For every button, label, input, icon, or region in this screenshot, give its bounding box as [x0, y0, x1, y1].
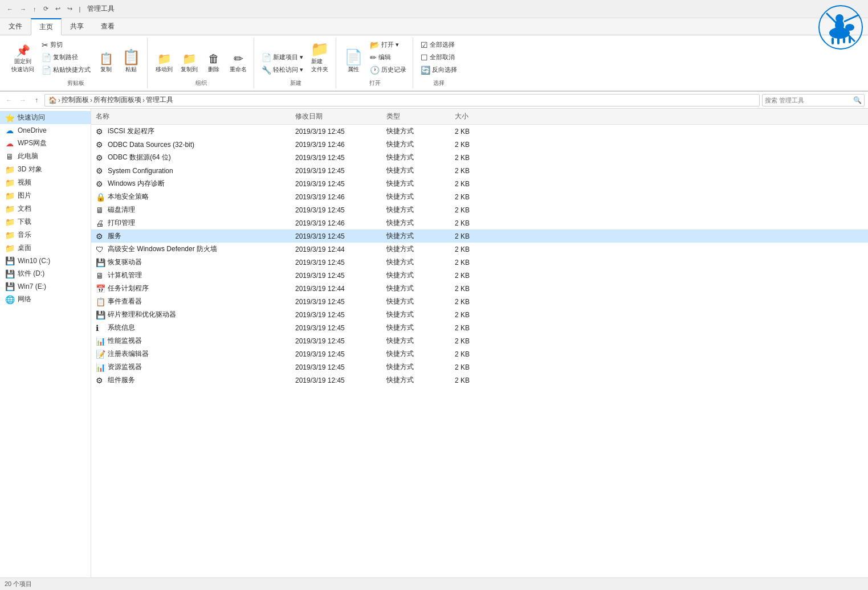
col-header-type[interactable]: 类型 [382, 110, 450, 122]
file-type-icon: 📊 [96, 363, 105, 372]
file-icon-group: 📊 性能监视器 [96, 336, 142, 346]
file-name: ODBC 数据源(64 位) [108, 153, 171, 162]
history-button[interactable]: 🕐 历史记录 [367, 64, 409, 76]
table-row[interactable]: ℹ 系统信息 2019/3/19 12:45 快捷方式 2 KB [91, 321, 868, 334]
new-folder-button[interactable]: 📁 新建文件夹 [307, 39, 332, 76]
col-header-size[interactable]: 大小 [450, 110, 496, 122]
back-nav-button[interactable]: ← [3, 95, 15, 106]
sidebar-item-thispc[interactable]: 🖥 此电脑 [0, 150, 91, 163]
table-row[interactable]: 💾 恢复驱动器 2019/3/19 12:45 快捷方式 2 KB [91, 256, 868, 269]
table-row[interactable]: ⚙ 服务 2019/3/19 12:45 快捷方式 2 KB [91, 230, 868, 243]
forward-nav-button[interactable]: → [17, 95, 28, 106]
file-date-cell: 2019/3/19 12:45 [291, 297, 382, 307]
tab-home[interactable]: 主页 [31, 18, 62, 35]
table-row[interactable]: ⚙ ODBC Data Sources (32-bit) 2019/3/19 1… [91, 138, 868, 151]
sidebar-item-e-drive[interactable]: 💾 Win7 (E:) [0, 280, 91, 293]
select-all-button[interactable]: ☑ 全部选择 [418, 39, 460, 51]
table-row[interactable]: 💾 碎片整理和优化驱动器 2019/3/19 12:45 快捷方式 2 KB [91, 308, 868, 321]
sidebar-item-pictures[interactable]: 📁 图片 [0, 189, 91, 202]
ribbon: 文件 主页 共享 查看 📌 固定到快速访问 ✂ 剪切 📄 复制路径 [0, 18, 868, 92]
breadcrumb-control-panel[interactable]: 控制面板 [62, 95, 89, 105]
sidebar-item-downloads[interactable]: 📁 下载 [0, 215, 91, 228]
redo-icon[interactable]: ↪ [65, 4, 75, 14]
sidebar-item-c-drive[interactable]: 💾 Win10 (C:) [0, 255, 91, 267]
up-nav-button[interactable]: ↑ [31, 95, 42, 106]
clipboard-buttons: 📌 固定到快速访问 ✂ 剪切 📄 复制路径 📄 粘贴快捷方式 [8, 39, 144, 76]
sidebar-item-d-drive[interactable]: 💾 软件 (D:) [0, 267, 91, 280]
sidebar-item-documents[interactable]: 📁 文档 [0, 202, 91, 215]
delete-button[interactable]: 🗑 删除 [202, 51, 225, 76]
table-row[interactable]: 🖨 打印管理 2019/3/19 12:46 快捷方式 2 KB [91, 216, 868, 230]
table-row[interactable]: 🖥 磁盘清理 2019/3/19 12:45 快捷方式 2 KB [91, 203, 868, 216]
properties-button[interactable]: 📄 属性 [341, 47, 366, 76]
title-bar: ← → ↑ ⟳ ↩ ↪ | 管理工具 [0, 0, 868, 18]
table-row[interactable]: 🔒 本地安全策略 2019/3/19 12:46 快捷方式 2 KB [91, 190, 868, 203]
move-to-button[interactable]: 📁 移动到 [152, 51, 176, 76]
tab-file[interactable]: 文件 [0, 18, 31, 35]
sidebar-item-3dobjects[interactable]: 📁 3D 对象 [0, 163, 91, 176]
tab-view[interactable]: 查看 [92, 18, 123, 35]
easy-access-button[interactable]: 🔧 轻松访问 ▾ [259, 64, 306, 76]
organize-buttons: 📁 移动到 📁 复制到 🗑 删除 ✏ 重命名 [152, 39, 250, 76]
breadcrumb-home[interactable]: 🏠 [48, 96, 57, 104]
table-row[interactable]: 📅 任务计划程序 2019/3/19 12:44 快捷方式 2 KB [91, 282, 868, 295]
sidebar-item-network[interactable]: 🌐 网络 [0, 293, 91, 306]
edit-button[interactable]: ✏ 编辑 [367, 51, 409, 63]
rename-button[interactable]: ✏ 重命名 [226, 51, 250, 76]
file-name-cell: ⚙ 组件服务 [91, 374, 291, 386]
sidebar-item-onedrive[interactable]: ☁ OneDrive [0, 124, 91, 137]
sidebar-label-wpsdisk: WPS网盘 [18, 138, 47, 148]
address-path[interactable]: 🏠 › 控制面板 › 所有控制面板项 › 管理工具 [44, 94, 760, 106]
copy-path-button[interactable]: 📄 复制路径 [39, 51, 93, 63]
col-header-date[interactable]: 修改日期 [291, 110, 382, 122]
table-row[interactable]: 🖥 计算机管理 2019/3/19 12:45 快捷方式 2 KB [91, 269, 868, 282]
table-row[interactable]: ⚙ iSCSI 发起程序 2019/3/19 12:45 快捷方式 2 KB [91, 125, 868, 138]
file-type-cell: 快捷方式 [382, 309, 450, 321]
search-input[interactable] [765, 97, 853, 104]
history-label: 历史记录 [381, 65, 406, 74]
table-row[interactable]: 📊 性能监视器 2019/3/19 12:45 快捷方式 2 KB [91, 334, 868, 347]
sidebar-item-wpsdisk[interactable]: ☁ WPS网盘 [0, 137, 91, 150]
sidebar-item-quickaccess[interactable]: ⭐ 快速访问 [0, 111, 91, 124]
table-row[interactable]: ⚙ ODBC 数据源(64 位) 2019/3/19 12:45 快捷方式 2 … [91, 151, 868, 164]
paste-shortcut-button[interactable]: 📄 粘贴快捷方式 [39, 64, 93, 76]
file-icon-group: 📋 事件查看器 [96, 297, 142, 306]
breadcrumb-admin-tools[interactable]: 管理工具 [146, 95, 173, 105]
tab-share[interactable]: 共享 [62, 18, 92, 35]
open-button[interactable]: 📂 打开 ▾ [367, 39, 409, 51]
easy-access-label: 轻松访问 ▾ [273, 65, 303, 74]
table-row[interactable]: 📝 注册表编辑器 2019/3/19 12:45 快捷方式 2 KB [91, 347, 868, 360]
paste-shortcut-icon: 📄 [42, 66, 51, 74]
folder-video-icon: 📁 [5, 178, 15, 187]
up-icon[interactable]: ↑ [31, 5, 39, 14]
table-row[interactable]: 📊 资源监视器 2019/3/19 12:45 快捷方式 2 KB [91, 360, 868, 374]
search-box[interactable]: 🔍 [762, 94, 865, 106]
file-date-cell: 2019/3/19 12:45 [291, 323, 382, 333]
col-header-name[interactable]: 名称 [91, 110, 291, 122]
sidebar-item-videos[interactable]: 📁 视频 [0, 176, 91, 189]
paste-button[interactable]: 📋 粘贴 [119, 47, 144, 76]
deselect-all-button[interactable]: ☐ 全部取消 [418, 51, 460, 63]
sidebar-item-desktop[interactable]: 📁 桌面 [0, 241, 91, 255]
refresh-icon[interactable]: ⟳ [41, 4, 51, 14]
file-date-cell: 2019/3/19 12:45 [291, 179, 382, 189]
new-item-button[interactable]: 📄 新建项目 ▾ [259, 51, 306, 63]
invert-selection-button[interactable]: 🔄 反向选择 [418, 64, 460, 76]
drive-c-icon: 💾 [5, 256, 15, 265]
undo-icon[interactable]: ↩ [53, 4, 63, 14]
back-icon[interactable]: ← [5, 5, 15, 14]
copy-button[interactable]: 📋 复制 [95, 51, 117, 76]
table-row[interactable]: ⚙ 组件服务 2019/3/19 12:45 快捷方式 2 KB [91, 374, 868, 387]
file-icon-group: ⚙ 服务 [96, 231, 121, 241]
pin-quickaccess-button[interactable]: 📌 固定到快速访问 [8, 43, 38, 76]
breadcrumb-all-items[interactable]: 所有控制面板项 [93, 95, 141, 105]
copy-to-button[interactable]: 📁 复制到 [177, 51, 201, 76]
sidebar-item-music[interactable]: 📁 音乐 [0, 228, 91, 241]
table-row[interactable]: ⚙ System Configuration 2019/3/19 12:45 快… [91, 164, 868, 177]
file-icon-group: ⚙ iSCSI 发起程序 [96, 126, 154, 136]
cut-button[interactable]: ✂ 剪切 [39, 39, 93, 51]
table-row[interactable]: 📋 事件查看器 2019/3/19 12:45 快捷方式 2 KB [91, 295, 868, 308]
table-row[interactable]: 🛡 高级安全 Windows Defender 防火墙 2019/3/19 12… [91, 243, 868, 256]
table-row[interactable]: ⚙ Windows 内存诊断 2019/3/19 12:45 快捷方式 2 KB [91, 177, 868, 190]
forward-icon[interactable]: → [18, 5, 28, 14]
